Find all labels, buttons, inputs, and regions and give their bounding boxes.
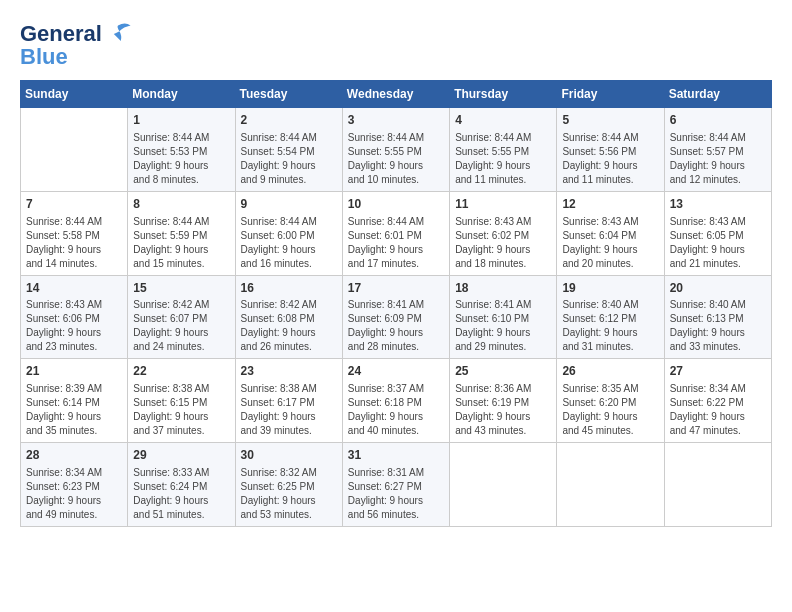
day-number: 11 <box>455 196 551 213</box>
day-info: Sunrise: 8:43 AMSunset: 6:02 PMDaylight:… <box>455 215 551 271</box>
day-info: Sunrise: 8:32 AMSunset: 6:25 PMDaylight:… <box>241 466 337 522</box>
day-info: Sunrise: 8:34 AMSunset: 6:23 PMDaylight:… <box>26 466 122 522</box>
day-number: 22 <box>133 363 229 380</box>
day-cell <box>557 443 664 527</box>
day-cell: 31Sunrise: 8:31 AMSunset: 6:27 PMDayligh… <box>342 443 449 527</box>
day-info: Sunrise: 8:44 AMSunset: 5:54 PMDaylight:… <box>241 131 337 187</box>
day-cell: 4Sunrise: 8:44 AMSunset: 5:55 PMDaylight… <box>450 108 557 192</box>
day-cell: 19Sunrise: 8:40 AMSunset: 6:12 PMDayligh… <box>557 275 664 359</box>
day-cell: 1Sunrise: 8:44 AMSunset: 5:53 PMDaylight… <box>128 108 235 192</box>
day-info: Sunrise: 8:40 AMSunset: 6:13 PMDaylight:… <box>670 298 766 354</box>
day-cell: 21Sunrise: 8:39 AMSunset: 6:14 PMDayligh… <box>21 359 128 443</box>
day-number: 9 <box>241 196 337 213</box>
day-cell: 13Sunrise: 8:43 AMSunset: 6:05 PMDayligh… <box>664 191 771 275</box>
day-number: 10 <box>348 196 444 213</box>
day-number: 5 <box>562 112 658 129</box>
day-cell: 16Sunrise: 8:42 AMSunset: 6:08 PMDayligh… <box>235 275 342 359</box>
day-info: Sunrise: 8:43 AMSunset: 6:06 PMDaylight:… <box>26 298 122 354</box>
day-number: 6 <box>670 112 766 129</box>
day-number: 15 <box>133 280 229 297</box>
day-number: 31 <box>348 447 444 464</box>
day-info: Sunrise: 8:40 AMSunset: 6:12 PMDaylight:… <box>562 298 658 354</box>
day-cell <box>664 443 771 527</box>
day-cell: 25Sunrise: 8:36 AMSunset: 6:19 PMDayligh… <box>450 359 557 443</box>
logo: General Blue <box>20 20 132 70</box>
day-number: 3 <box>348 112 444 129</box>
day-info: Sunrise: 8:44 AMSunset: 5:53 PMDaylight:… <box>133 131 229 187</box>
day-number: 27 <box>670 363 766 380</box>
day-info: Sunrise: 8:39 AMSunset: 6:14 PMDaylight:… <box>26 382 122 438</box>
day-cell: 3Sunrise: 8:44 AMSunset: 5:55 PMDaylight… <box>342 108 449 192</box>
day-cell: 5Sunrise: 8:44 AMSunset: 5:56 PMDaylight… <box>557 108 664 192</box>
day-info: Sunrise: 8:36 AMSunset: 6:19 PMDaylight:… <box>455 382 551 438</box>
day-cell: 30Sunrise: 8:32 AMSunset: 6:25 PMDayligh… <box>235 443 342 527</box>
day-cell: 2Sunrise: 8:44 AMSunset: 5:54 PMDaylight… <box>235 108 342 192</box>
day-number: 17 <box>348 280 444 297</box>
header-row: SundayMondayTuesdayWednesdayThursdayFrid… <box>21 81 772 108</box>
day-cell: 8Sunrise: 8:44 AMSunset: 5:59 PMDaylight… <box>128 191 235 275</box>
day-cell <box>450 443 557 527</box>
day-number: 20 <box>670 280 766 297</box>
day-info: Sunrise: 8:44 AMSunset: 5:58 PMDaylight:… <box>26 215 122 271</box>
day-cell: 7Sunrise: 8:44 AMSunset: 5:58 PMDaylight… <box>21 191 128 275</box>
header-cell-wednesday: Wednesday <box>342 81 449 108</box>
logo-blue: Blue <box>20 44 68 70</box>
day-cell: 28Sunrise: 8:34 AMSunset: 6:23 PMDayligh… <box>21 443 128 527</box>
day-cell: 6Sunrise: 8:44 AMSunset: 5:57 PMDaylight… <box>664 108 771 192</box>
day-cell: 12Sunrise: 8:43 AMSunset: 6:04 PMDayligh… <box>557 191 664 275</box>
day-info: Sunrise: 8:43 AMSunset: 6:05 PMDaylight:… <box>670 215 766 271</box>
logo-bird-icon <box>104 20 132 48</box>
day-info: Sunrise: 8:44 AMSunset: 6:01 PMDaylight:… <box>348 215 444 271</box>
header-cell-sunday: Sunday <box>21 81 128 108</box>
day-cell: 26Sunrise: 8:35 AMSunset: 6:20 PMDayligh… <box>557 359 664 443</box>
day-info: Sunrise: 8:35 AMSunset: 6:20 PMDaylight:… <box>562 382 658 438</box>
day-number: 18 <box>455 280 551 297</box>
day-number: 19 <box>562 280 658 297</box>
day-info: Sunrise: 8:31 AMSunset: 6:27 PMDaylight:… <box>348 466 444 522</box>
calendar-table: SundayMondayTuesdayWednesdayThursdayFrid… <box>20 80 772 527</box>
day-info: Sunrise: 8:44 AMSunset: 5:55 PMDaylight:… <box>348 131 444 187</box>
day-info: Sunrise: 8:37 AMSunset: 6:18 PMDaylight:… <box>348 382 444 438</box>
day-cell: 23Sunrise: 8:38 AMSunset: 6:17 PMDayligh… <box>235 359 342 443</box>
day-number: 21 <box>26 363 122 380</box>
day-info: Sunrise: 8:41 AMSunset: 6:09 PMDaylight:… <box>348 298 444 354</box>
header: General Blue <box>20 20 772 70</box>
day-number: 25 <box>455 363 551 380</box>
day-info: Sunrise: 8:44 AMSunset: 5:57 PMDaylight:… <box>670 131 766 187</box>
day-cell: 20Sunrise: 8:40 AMSunset: 6:13 PMDayligh… <box>664 275 771 359</box>
day-info: Sunrise: 8:44 AMSunset: 5:59 PMDaylight:… <box>133 215 229 271</box>
day-cell: 22Sunrise: 8:38 AMSunset: 6:15 PMDayligh… <box>128 359 235 443</box>
day-cell: 27Sunrise: 8:34 AMSunset: 6:22 PMDayligh… <box>664 359 771 443</box>
week-row-2: 7Sunrise: 8:44 AMSunset: 5:58 PMDaylight… <box>21 191 772 275</box>
day-info: Sunrise: 8:33 AMSunset: 6:24 PMDaylight:… <box>133 466 229 522</box>
week-row-1: 1Sunrise: 8:44 AMSunset: 5:53 PMDaylight… <box>21 108 772 192</box>
day-cell: 14Sunrise: 8:43 AMSunset: 6:06 PMDayligh… <box>21 275 128 359</box>
day-number: 28 <box>26 447 122 464</box>
day-cell: 18Sunrise: 8:41 AMSunset: 6:10 PMDayligh… <box>450 275 557 359</box>
header-cell-saturday: Saturday <box>664 81 771 108</box>
day-cell: 15Sunrise: 8:42 AMSunset: 6:07 PMDayligh… <box>128 275 235 359</box>
day-number: 7 <box>26 196 122 213</box>
day-cell <box>21 108 128 192</box>
week-row-4: 21Sunrise: 8:39 AMSunset: 6:14 PMDayligh… <box>21 359 772 443</box>
day-info: Sunrise: 8:34 AMSunset: 6:22 PMDaylight:… <box>670 382 766 438</box>
day-number: 16 <box>241 280 337 297</box>
day-info: Sunrise: 8:38 AMSunset: 6:17 PMDaylight:… <box>241 382 337 438</box>
week-row-5: 28Sunrise: 8:34 AMSunset: 6:23 PMDayligh… <box>21 443 772 527</box>
day-info: Sunrise: 8:44 AMSunset: 5:55 PMDaylight:… <box>455 131 551 187</box>
day-number: 4 <box>455 112 551 129</box>
day-info: Sunrise: 8:42 AMSunset: 6:08 PMDaylight:… <box>241 298 337 354</box>
day-info: Sunrise: 8:41 AMSunset: 6:10 PMDaylight:… <box>455 298 551 354</box>
day-info: Sunrise: 8:38 AMSunset: 6:15 PMDaylight:… <box>133 382 229 438</box>
day-number: 23 <box>241 363 337 380</box>
header-cell-monday: Monday <box>128 81 235 108</box>
day-cell: 17Sunrise: 8:41 AMSunset: 6:09 PMDayligh… <box>342 275 449 359</box>
day-info: Sunrise: 8:43 AMSunset: 6:04 PMDaylight:… <box>562 215 658 271</box>
day-cell: 9Sunrise: 8:44 AMSunset: 6:00 PMDaylight… <box>235 191 342 275</box>
header-cell-thursday: Thursday <box>450 81 557 108</box>
day-number: 29 <box>133 447 229 464</box>
day-number: 1 <box>133 112 229 129</box>
header-cell-tuesday: Tuesday <box>235 81 342 108</box>
day-info: Sunrise: 8:44 AMSunset: 5:56 PMDaylight:… <box>562 131 658 187</box>
day-number: 26 <box>562 363 658 380</box>
